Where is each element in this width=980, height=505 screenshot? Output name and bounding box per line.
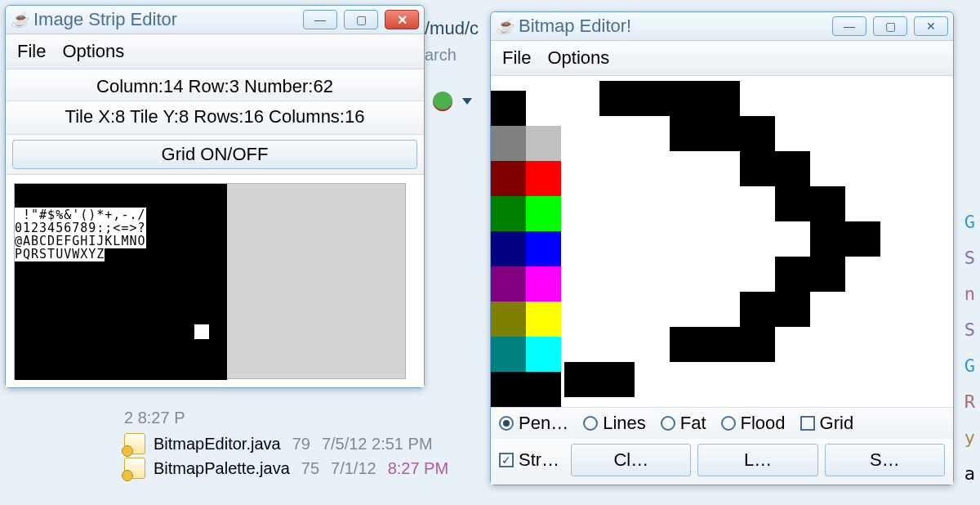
palette-swatch[interactable] xyxy=(491,337,526,372)
pixel[interactable] xyxy=(670,116,705,151)
tool-lines-radio[interactable]: Lines xyxy=(583,413,646,434)
row-value: 3 xyxy=(229,76,239,96)
pixel[interactable] xyxy=(775,257,810,292)
row-label: Row: xyxy=(189,76,229,96)
pixel[interactable] xyxy=(705,116,740,151)
minimize-button[interactable]: — xyxy=(832,16,866,36)
pixel[interactable] xyxy=(740,327,775,362)
maximize-button[interactable]: ▢ xyxy=(344,10,378,29)
tiley-value: 8 xyxy=(179,106,189,127)
file-name: BitmapEditor.java xyxy=(154,435,281,454)
pixel[interactable] xyxy=(775,292,810,327)
color-palette xyxy=(491,91,561,407)
file-row[interactable]: 2 8:27 P xyxy=(124,409,185,427)
palette-swatch[interactable] xyxy=(491,196,526,231)
clear-button[interactable]: Cl… xyxy=(571,444,691,476)
menu-file[interactable]: File xyxy=(502,47,531,69)
maximize-button[interactable]: ▢ xyxy=(873,16,907,36)
tilex-value: 8 xyxy=(115,106,125,127)
window-title: Bitmap Editor! xyxy=(519,16,832,37)
pixel[interactable] xyxy=(810,257,845,292)
tool-fat-radio[interactable]: Fat xyxy=(661,413,706,434)
bitmap-editor-window: ☕ Bitmap Editor! — ▢ ✕ File Options Pen…… xyxy=(490,11,954,485)
tool-pencil-radio[interactable]: Pen… xyxy=(499,413,568,434)
file-date: 7/5/12 2:51 PM xyxy=(322,435,433,454)
minimize-button[interactable]: — xyxy=(303,10,337,29)
stroke-checkbox-label: Str… xyxy=(519,449,559,471)
breadcrumb-fragment: /mud/c xyxy=(425,18,479,39)
java-icon: ☕ xyxy=(496,17,514,35)
image-strip-editor-window: ☕ Image Strip Editor — ▢ ✕ File Options … xyxy=(5,5,425,388)
palette-swatch[interactable] xyxy=(526,126,561,161)
pixel[interactable] xyxy=(564,362,599,397)
load-button[interactable]: L… xyxy=(697,444,817,476)
run-icon[interactable] xyxy=(433,92,452,111)
palette-swatch[interactable] xyxy=(526,196,561,231)
pixel[interactable] xyxy=(845,221,880,257)
pixel[interactable] xyxy=(599,362,635,397)
pixel[interactable] xyxy=(670,327,705,362)
menu-file[interactable]: File xyxy=(17,41,46,62)
file-rev: 79 xyxy=(292,435,310,454)
pixel[interactable] xyxy=(810,186,845,221)
column-label: Column: xyxy=(96,76,163,96)
save-button[interactable]: S… xyxy=(825,444,945,476)
image-strip-canvas[interactable]: !"#$%&'()*+,-./ 0123456789:;<=>? @ABCDEF… xyxy=(14,183,406,379)
menu-options[interactable]: Options xyxy=(547,47,609,69)
bitmap-canvas[interactable] xyxy=(564,81,937,391)
pixel[interactable] xyxy=(775,186,810,221)
grid-checkbox-label: Grid xyxy=(820,413,854,434)
close-button[interactable]: ✕ xyxy=(385,10,419,29)
pixel[interactable] xyxy=(670,81,705,116)
titlebar[interactable]: ☕ Bitmap Editor! — ▢ ✕ xyxy=(491,12,953,41)
file-row[interactable]: BitmapPalette.java 75 7/1/12 8:27 PM xyxy=(124,458,448,479)
pixel[interactable] xyxy=(635,81,670,116)
palette-swatch[interactable] xyxy=(491,302,526,337)
file-date: 7/1/12 xyxy=(331,459,376,478)
pixel[interactable] xyxy=(740,292,775,327)
cols-value: 16 xyxy=(345,106,364,127)
java-icon: ☕ xyxy=(11,11,29,29)
time-fragment: 2 8:27 P xyxy=(124,409,185,427)
pixel[interactable] xyxy=(705,81,740,116)
pixel[interactable] xyxy=(740,116,775,151)
palette-swatch[interactable] xyxy=(491,372,526,407)
palette-swatch[interactable] xyxy=(491,126,526,161)
pixel[interactable] xyxy=(599,81,635,116)
strip-charset: !"#$%&'()*+,-./ 0123456789:;<=>? @ABCDEF… xyxy=(15,208,227,261)
palette-swatch[interactable] xyxy=(491,161,526,196)
rows-value: 16 xyxy=(243,106,263,127)
java-file-icon xyxy=(124,458,145,479)
palette-swatch[interactable] xyxy=(526,161,561,196)
number-value: 62 xyxy=(313,76,332,96)
pixel[interactable] xyxy=(810,221,845,257)
tool-fat-label: Fat xyxy=(680,413,706,434)
palette-swatch[interactable] xyxy=(526,231,561,266)
tool-flood-radio[interactable]: Flood xyxy=(721,413,786,434)
palette-swatch[interactable] xyxy=(526,266,561,302)
palette-swatch[interactable] xyxy=(491,231,526,266)
grid-checkbox[interactable]: Grid xyxy=(800,413,854,434)
window-title: Image Strip Editor xyxy=(33,9,303,30)
palette-swatch[interactable] xyxy=(491,91,526,126)
palette-swatch[interactable] xyxy=(526,337,561,372)
chevron-down-icon[interactable] xyxy=(462,98,472,105)
stroke-checkbox[interactable]: ✓Str… xyxy=(499,449,559,471)
file-row[interactable]: BitmapEditor.java 79 7/5/12 2:51 PM xyxy=(124,433,433,454)
number-label: Number: xyxy=(244,76,313,96)
pixel[interactable] xyxy=(740,151,775,186)
pixel[interactable] xyxy=(705,327,740,362)
java-file-icon xyxy=(124,433,145,454)
palette-swatch[interactable] xyxy=(526,372,561,407)
palette-swatch[interactable] xyxy=(491,266,526,302)
menubar: File Options xyxy=(6,34,424,69)
palette-swatch[interactable] xyxy=(526,302,561,337)
palette-swatch[interactable] xyxy=(526,91,561,126)
menu-options[interactable]: Options xyxy=(62,41,124,62)
side-gutter-letters: GSnSGRya xyxy=(964,204,975,492)
titlebar[interactable]: ☕ Image Strip Editor — ▢ ✕ xyxy=(6,6,424,34)
info-line-2: Tile X:8 Tile Y:8 Rows:16 Columns:16 xyxy=(6,101,424,135)
pixel[interactable] xyxy=(775,151,810,186)
close-button[interactable]: ✕ xyxy=(914,16,948,36)
grid-toggle-button[interactable]: Grid ON/OFF xyxy=(12,140,417,169)
